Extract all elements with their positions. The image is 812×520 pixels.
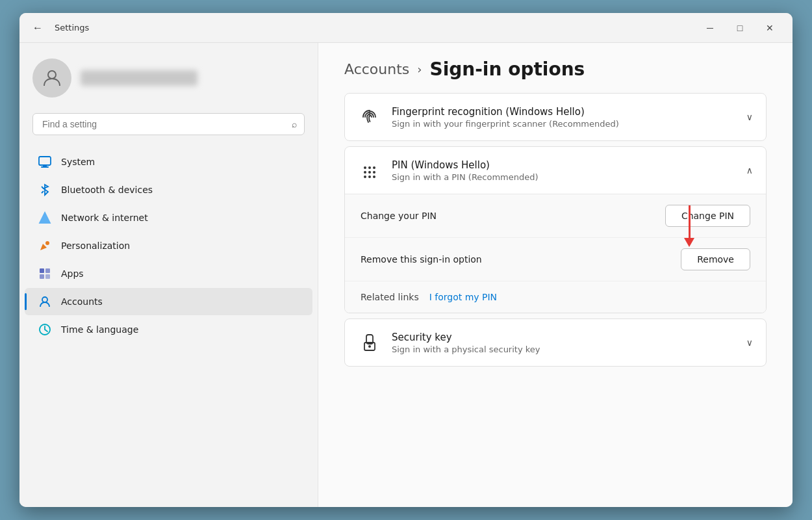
- remove-signin-row: Remove this sign-in option Remove: [345, 238, 766, 281]
- maximize-button[interactable]: □: [725, 18, 755, 38]
- window-controls: ─ □ ✕: [695, 18, 785, 38]
- svg-rect-6: [40, 268, 44, 273]
- svg-point-20: [373, 176, 375, 178]
- svg-point-18: [364, 176, 366, 178]
- pin-subtitle: Sign in with a PIN (Recommended): [392, 172, 736, 182]
- fingerprint-icon: [358, 105, 381, 129]
- pin-expanded-content: Change your PIN Change PIN Remove this s…: [345, 194, 766, 313]
- forgot-pin-link[interactable]: I forgot my PIN: [429, 292, 497, 302]
- security-key-icon: [358, 331, 381, 354]
- apps-icon: [38, 266, 52, 281]
- pin-info: PIN (Windows Hello) Sign in with a PIN (…: [392, 159, 736, 182]
- page-header: Accounts › Sign-in options: [318, 43, 793, 93]
- page-title: Sign-in options: [430, 58, 585, 80]
- sections-container: Fingerprint recognition (Windows Hello) …: [318, 93, 793, 393]
- svg-rect-9: [45, 274, 50, 279]
- avatar: [32, 58, 71, 98]
- fingerprint-subtitle: Sign in with your fingerprint scanner (R…: [392, 119, 736, 129]
- sidebar-item-network[interactable]: Network & internet: [25, 204, 312, 231]
- security-key-header[interactable]: Security key Sign in with a physical sec…: [345, 319, 766, 366]
- change-pin-button[interactable]: Change PIN: [665, 205, 750, 227]
- pin-title: PIN (Windows Hello): [392, 159, 736, 171]
- svg-rect-8: [40, 274, 44, 279]
- svg-point-23: [368, 345, 371, 348]
- svg-rect-3: [43, 165, 47, 166]
- pin-header[interactable]: PIN (Windows Hello) Sign in with a PIN (…: [345, 147, 766, 194]
- svg-rect-2: [41, 166, 49, 168]
- close-button[interactable]: ✕: [755, 18, 785, 38]
- content-area: ⌕ System Bluetooth & devices Network: [19, 43, 793, 507]
- user-profile: [19, 53, 318, 113]
- arrow-line: [689, 205, 691, 238]
- sidebar-item-system[interactable]: System: [25, 148, 312, 176]
- sidebar-item-apps[interactable]: Apps: [25, 260, 312, 287]
- security-key-subtitle: Sign in with a physical security key: [392, 344, 736, 354]
- user-name: [81, 70, 197, 86]
- pin-icon: [358, 159, 381, 182]
- svg-point-19: [368, 176, 371, 178]
- svg-point-12: [364, 166, 366, 169]
- sidebar-label-apps: Apps: [61, 268, 84, 279]
- svg-point-15: [364, 171, 366, 174]
- svg-rect-1: [39, 157, 51, 165]
- search-input[interactable]: [32, 113, 305, 135]
- remove-signin-label: Remove this sign-in option: [361, 254, 482, 265]
- window-title: Settings: [55, 23, 89, 32]
- sidebar-item-time[interactable]: Time & language: [25, 316, 312, 343]
- security-key-title: Security key: [392, 332, 736, 343]
- titlebar: ← Settings ─ □ ✕: [19, 13, 793, 43]
- svg-point-16: [368, 171, 371, 174]
- svg-point-5: [45, 241, 49, 245]
- svg-point-14: [373, 166, 375, 169]
- red-arrow-annotation: [684, 205, 694, 247]
- svg-rect-7: [45, 268, 50, 273]
- sidebar-label-network: Network & internet: [61, 213, 148, 223]
- change-pin-label: Change your PIN: [361, 211, 437, 221]
- svg-point-13: [368, 166, 371, 169]
- fingerprint-header[interactable]: Fingerprint recognition (Windows Hello) …: [345, 94, 766, 140]
- sidebar-item-accounts[interactable]: Accounts: [25, 288, 312, 315]
- search-icon: ⌕: [292, 119, 297, 129]
- svg-point-0: [48, 71, 56, 79]
- security-key-section: Security key Sign in with a physical sec…: [344, 318, 767, 367]
- time-icon: [38, 322, 52, 337]
- security-key-info: Security key Sign in with a physical sec…: [392, 332, 736, 354]
- fingerprint-section: Fingerprint recognition (Windows Hello) …: [344, 93, 767, 141]
- related-links-label: Related links: [361, 292, 419, 302]
- fingerprint-chevron: ∨: [746, 112, 753, 122]
- sidebar-label-system: System: [61, 157, 95, 167]
- search-box[interactable]: ⌕: [32, 113, 305, 135]
- svg-point-10: [42, 297, 47, 302]
- related-links-row: Related links I forgot my PIN: [345, 281, 766, 313]
- network-icon: [38, 211, 52, 225]
- sidebar-label-personalization: Personalization: [61, 240, 130, 251]
- svg-point-17: [373, 171, 375, 174]
- pin-section: PIN (Windows Hello) Sign in with a PIN (…: [344, 146, 767, 313]
- breadcrumb[interactable]: Accounts: [344, 61, 409, 77]
- breadcrumb-arrow: ›: [417, 62, 422, 76]
- personalization-icon: [38, 239, 52, 253]
- remove-signin-button[interactable]: Remove: [681, 248, 750, 270]
- sidebar-label-accounts: Accounts: [61, 296, 103, 307]
- sidebar-item-personalization[interactable]: Personalization: [25, 232, 312, 259]
- main-content: Accounts › Sign-in options: [318, 43, 793, 507]
- arrow-head: [684, 238, 694, 247]
- bluetooth-icon: [38, 183, 52, 197]
- fingerprint-title: Fingerprint recognition (Windows Hello): [392, 106, 736, 118]
- accounts-icon: [38, 294, 52, 309]
- back-button[interactable]: ←: [27, 18, 48, 38]
- sidebar-label-time: Time & language: [61, 324, 138, 335]
- pin-chevron: ∧: [746, 165, 753, 176]
- minimize-button[interactable]: ─: [695, 18, 725, 38]
- sidebar-item-bluetooth[interactable]: Bluetooth & devices: [25, 176, 312, 203]
- security-key-chevron: ∨: [746, 337, 753, 348]
- system-icon: [38, 155, 52, 169]
- svg-marker-4: [40, 213, 50, 223]
- sidebar: ⌕ System Bluetooth & devices Network: [19, 43, 318, 507]
- sidebar-label-bluetooth: Bluetooth & devices: [61, 185, 153, 195]
- fingerprint-info: Fingerprint recognition (Windows Hello) …: [392, 106, 736, 129]
- change-pin-row: Change your PIN Change PIN: [345, 194, 766, 238]
- settings-window: ← Settings ─ □ ✕ ⌕: [19, 13, 793, 507]
